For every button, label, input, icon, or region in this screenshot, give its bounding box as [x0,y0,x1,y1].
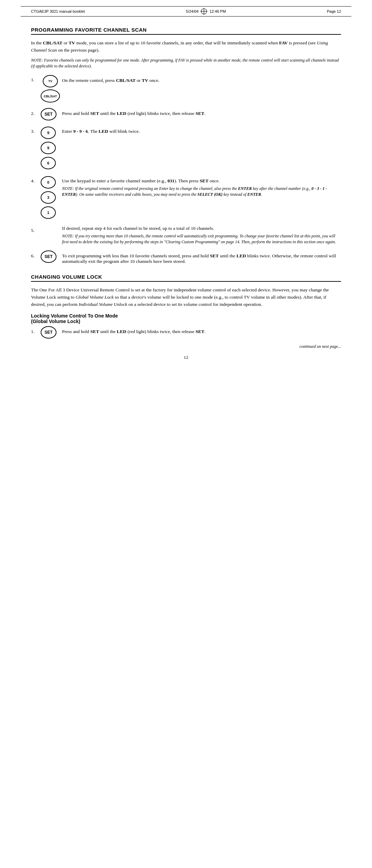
cblsat-label: CBL/SAT [44,95,57,98]
step-2-set-button: SET [41,108,56,120]
header-center: 5/24/04 12:46 PM [186,8,226,15]
page-number: 12 [31,355,341,360]
num9a-label: 9 [47,131,49,135]
step-2-num: 2. [31,108,39,116]
step-5-icon-col: 5. [31,225,62,233]
num0-label: 0 [47,180,49,184]
programming-note: NOTE: Favorite channels can only be prog… [31,57,341,69]
step-3: 3. 9 9 6 Enter 9 - 9 - 6. The [31,126,341,170]
volume-subsection-title: Locking Volume Control To One Mode(Globa… [31,313,341,324]
step-2-icon-col: 2. SET [31,108,62,120]
crosshair-icon [200,8,207,15]
num6-button: 6 [41,157,56,169]
num3-button: 3 [41,191,56,204]
step-3-num-buttons: 9 9 6 [41,126,56,170]
set-label-6: SET [44,254,52,259]
step-3-icon-col: 3. 9 9 6 [31,126,62,170]
step-5-num: 5. [31,225,39,233]
page: CTGAE3P 3021 manual booklet 5/24/04 12:4… [0,6,372,868]
step-5-note: NOTE: If you try entering more than 10 c… [62,233,341,245]
cblsat-button: CBL/SAT [41,89,60,103]
step-2: 2. SET Press and hold SET until the LED … [31,108,341,120]
num3-label: 3 [47,195,49,200]
step-1-buttons: TV CBL/SAT [41,74,60,103]
step-3-num: 3. [31,126,39,134]
content: PROGRAMMING FAVORITE CHANNEL SCAN In the… [0,17,372,377]
step-2-text: Press and hold SET until the LED (red li… [62,108,341,116]
volume-step-1-text: Press and hold SET until the LED (red li… [62,326,341,334]
step-1-num: 1. [31,74,39,83]
step-1: 1. TV CBL/SAT On the remote cont [31,74,341,103]
set-label-v1: SET [44,330,52,335]
num0-button: 0 [41,176,56,189]
volume-step-1-num: 1. [31,326,39,334]
step-4-text: Use the keypad to enter a favorite chann… [62,175,341,198]
header-date: 5/24/04 [186,9,199,13]
step-4-note: NOTE: If the original remote control req… [62,186,341,198]
step-1-icon-col: 1. TV CBL/SAT [31,74,62,103]
num9a-button: 9 [41,127,56,139]
volume-step-1-set-button: SET [41,326,56,339]
num1-label: 1 [47,211,49,215]
step-6-text: To exit programming with less than 10 fa… [62,250,341,264]
step-6: 6. SET To exit programming with less tha… [31,250,341,264]
step-5: 5. If desired, repeat step 4 for each ch… [31,225,341,245]
step-3-text: Enter 9 - 9 - 6. The LED will blink twic… [62,126,341,134]
volume-intro: The One For All 3 Device Universal Remot… [31,287,341,308]
num9b-label: 9 [47,146,49,150]
header-left: CTGAE3P 3021 manual booklet [31,9,85,13]
header-time: 12:46 PM [209,9,226,13]
step-6-num: 6. [31,250,39,259]
programming-intro: In the CBL/SAT or TV mode, you can store… [31,40,341,54]
num6-label: 6 [47,161,49,165]
volume-step-1: 1. SET Press and hold SET until the LED … [31,326,341,339]
set-label-2: SET [44,112,52,117]
tv-label: TV [48,79,52,83]
num9b-button: 9 [41,142,56,154]
step-4-icon-col: 4. 0 3 1 [31,175,62,219]
step-4: 4. 0 3 1 Use the keypad to ent [31,175,341,219]
header-bar: CTGAE3P 3021 manual booklet 5/24/04 12:4… [21,6,351,17]
step-6-set-button: SET [41,250,56,263]
volume-step-1-icon-col: 1. SET [31,326,62,339]
programming-section-title: PROGRAMMING FAVORITE CHANNEL SCAN [31,27,341,35]
tv-button: TV [43,75,58,87]
num1-button: 1 [41,206,56,219]
programming-section: PROGRAMMING FAVORITE CHANNEL SCAN In the… [31,27,341,264]
volume-section: CHANGING VOLUME LOCK The One For All 3 D… [31,274,341,339]
step-6-icon-col: 6. SET [31,250,62,263]
step-4-num-buttons: 0 3 1 [41,175,56,219]
step-5-text: If desired, repeat step 4 for each chann… [62,225,341,245]
header-right: Page 12 [327,9,341,13]
step-1-text: On the remote control, press CBL/SAT or … [62,74,341,83]
step-4-num: 4. [31,175,39,184]
continued-text: continued on next page... [31,344,341,349]
volume-section-title: CHANGING VOLUME LOCK [31,274,341,282]
